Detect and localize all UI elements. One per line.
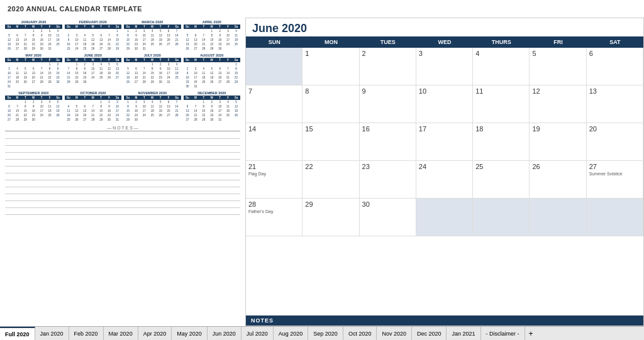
cal-cell: 24 (416, 161, 473, 199)
tab-dec-2020[interactable]: Dec 2020 (412, 327, 447, 340)
tab-mar-2020[interactable]: Mar 2020 (104, 327, 138, 340)
small-cal-7: AUGUST 2020SuMTWTFSa12345678910111213141… (184, 53, 241, 89)
cal-cell: 9 (360, 85, 416, 123)
small-cal-title: APRIL 2020 (184, 20, 241, 24)
cal-cell: 4 (473, 48, 530, 85)
notes-lines (5, 133, 240, 215)
cal-cell: 6 (587, 48, 643, 85)
cal-cell (246, 48, 303, 85)
tab-feb-2020[interactable]: Feb 2020 (69, 327, 104, 340)
cal-cell: 13 (587, 85, 643, 123)
note-line (5, 146, 240, 153)
note-line (5, 160, 240, 167)
note-line (5, 195, 240, 201)
june-cal-body-wrap: 123456789101112131415161718192021Flag Da… (246, 48, 643, 315)
notes-section: — N O T E S — (5, 126, 240, 215)
tab-apr-2020[interactable]: Apr 2020 (138, 327, 172, 340)
cal-cell: 22 (303, 161, 359, 199)
cal-cell: 7 (246, 85, 303, 123)
cal-cell: 21Flag Day (246, 161, 303, 199)
cal-cell: 16 (360, 123, 416, 161)
cal-cell: 17 (416, 123, 473, 161)
app-container: 2020 ANNUAL CALENDAR TEMPLATE JANUARY 20… (0, 0, 644, 340)
cal-cell: 25 (473, 161, 530, 199)
tab-jun-2020[interactable]: Jun 2020 (208, 327, 242, 340)
june-cal-body: 123456789101112131415161718192021Flag Da… (246, 48, 643, 236)
cal-cell: 28Father's Day (246, 199, 303, 236)
small-cal-5: JUNE 2020SuMTWTFSa1234567891011121314151… (65, 53, 122, 89)
cal-cell (587, 199, 643, 236)
cal-cell (473, 199, 530, 236)
right-panel: January 2020 SUN MON TUES WED THURS FRI … (245, 18, 644, 326)
small-cal-title: FEBRUARY 2020 (65, 20, 122, 24)
cal-cell: 26 (530, 161, 586, 199)
small-cal-2: MARCH 2020SuMTWTFSa123456789101112131415… (124, 20, 181, 51)
june-cal-title: June 2020 (246, 18, 643, 36)
cal-cell: 2 (360, 48, 416, 85)
small-cal-8: SEPTEMBER 2020SuMTWTFSa12345678910111213… (5, 91, 62, 122)
small-cal-title: OCTOBER 2020 (65, 91, 122, 95)
small-cal-4: MAY 2020SuMTWTFSa12345678910111213141516… (5, 53, 62, 89)
small-cal-6: JULY 2020SuMTWTFSa1234567891011121314151… (124, 53, 181, 89)
note-line (5, 133, 240, 139)
small-cal-title: AUGUST 2020 (184, 53, 241, 57)
small-cal-title: MAY 2020 (5, 53, 62, 57)
note-line (5, 140, 240, 146)
left-panel: JANUARY 2020SuMTWTFSa1234567891011121314… (0, 18, 245, 326)
cal-cell: 12 (530, 85, 586, 123)
small-cal-10: NOVEMBER 2020SuMTWTFSa123456789101112131… (124, 91, 181, 122)
tab-may-2020[interactable]: May 2020 (172, 327, 208, 340)
small-cal-title: SEPTEMBER 2020 (5, 91, 62, 95)
small-cal-title: JANUARY 2020 (5, 20, 62, 24)
notes-header: — N O T E S — (5, 126, 240, 131)
small-cal-0: JANUARY 2020SuMTWTFSa1234567891011121314… (5, 20, 62, 51)
app-title: 2020 ANNUAL CALENDAR TEMPLATE (8, 5, 142, 13)
note-line (5, 167, 240, 173)
cal-cell: 27Summer Solstice (587, 161, 643, 199)
cal-cell: 20 (587, 123, 643, 161)
cal-cell: 15 (303, 123, 359, 161)
june-notes-bar: NOTES (246, 315, 643, 326)
tab-jan-2020[interactable]: Jan 2020 (35, 327, 69, 340)
small-cal-9: OCTOBER 2020SuMTWTFSa1234567891011121314… (65, 91, 122, 122)
cal-cell: 19 (530, 123, 586, 161)
note-line (5, 153, 240, 160)
note-line (5, 181, 240, 187)
tab-aug-2020[interactable]: Aug 2020 (274, 327, 309, 340)
small-cal-title: MARCH 2020 (124, 20, 181, 24)
cal-cell: 8 (303, 85, 359, 123)
stacked-calendars: January 2020 SUN MON TUES WED THURS FRI … (245, 18, 644, 326)
cal-cell: 29 (303, 199, 359, 236)
cal-cell: 3 (416, 48, 473, 85)
tab-full-2020[interactable]: Full 2020 (0, 327, 35, 340)
cal-cell: 11 (473, 85, 530, 123)
cal-cell: 14 (246, 123, 303, 161)
note-line (5, 188, 240, 194)
cal-cell: 30 (360, 199, 416, 236)
tab-oct-2020[interactable]: Oct 2020 (343, 327, 377, 340)
small-cal-11: DECEMBER 2020SuMTWTFSa123456789101112131… (184, 91, 241, 122)
tab-jul-2020[interactable]: Jul 2020 (242, 327, 274, 340)
small-cal-title: DECEMBER 2020 (184, 91, 241, 95)
cal-june[interactable]: June 2020 SUNMONTUESWEDTHURSFRISAT 12345… (245, 18, 644, 326)
small-cal-title: NOVEMBER 2020 (124, 91, 181, 95)
add-sheet-button[interactable]: + (525, 329, 537, 338)
note-line (5, 202, 240, 208)
tab-bar: Full 2020Jan 2020Feb 2020Mar 2020Apr 202… (0, 326, 644, 340)
main-content: JANUARY 2020SuMTWTFSa1234567891011121314… (0, 18, 644, 326)
cal-cell: 1 (303, 48, 359, 85)
tab-sep-2020[interactable]: Sep 2020 (308, 327, 343, 340)
cal-cell: 23 (360, 161, 416, 199)
tab-nov-2020[interactable]: Nov 2020 (377, 327, 412, 340)
cal-cell: 10 (416, 85, 473, 123)
note-line (5, 174, 240, 180)
tab---disclaimer--[interactable]: - Disclaimer - (481, 327, 525, 340)
small-cal-3: APRIL 2020SuMTWTFSa123456789101112131415… (184, 20, 241, 51)
tab-jan-2021[interactable]: Jan 2021 (447, 327, 480, 340)
small-calendars-grid: JANUARY 2020SuMTWTFSa1234567891011121314… (5, 20, 240, 122)
cal-cell: 18 (473, 123, 530, 161)
cal-cell (416, 199, 473, 236)
cal-cell (530, 199, 586, 236)
small-cal-1: FEBRUARY 2020SuMTWTFSa123456789101112131… (65, 20, 122, 51)
note-line (5, 209, 240, 215)
